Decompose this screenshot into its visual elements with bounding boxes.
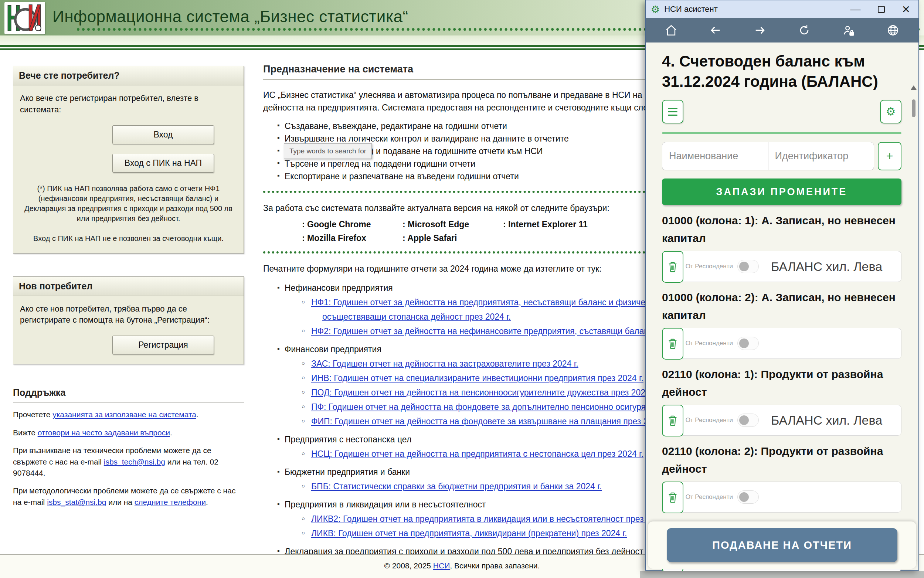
trash-icon	[668, 415, 677, 426]
respondents-toggle[interactable]	[737, 337, 759, 350]
delete-button[interactable]	[662, 251, 684, 283]
app-gear-icon: ⚙	[651, 5, 660, 15]
support-p2: Вижте отговори на често задавани въпроси…	[13, 427, 244, 438]
menu-icon	[668, 108, 677, 109]
identifier-input[interactable]	[768, 142, 874, 170]
user-lock-icon[interactable]	[842, 24, 855, 37]
desktop-strip	[640, 571, 924, 578]
trash-icon	[668, 338, 677, 349]
back-icon[interactable]	[709, 24, 722, 37]
support-p2-text: Вижте	[13, 428, 38, 437]
item-value: БАЛАНС хил. Лева	[765, 405, 901, 435]
respondents-toggle[interactable]	[737, 414, 759, 427]
login-button[interactable]: Вход	[112, 125, 214, 144]
new-user-intro: Ако сте нов потребител, трябва първо да …	[20, 304, 237, 326]
respondents-label: От Респонденти	[685, 494, 733, 501]
toggle-knob	[739, 339, 749, 348]
register-button[interactable]: Регистрация	[112, 336, 214, 354]
pik-note-2: Вход с ПИК на НАП не е позволен за счето…	[20, 233, 237, 244]
trash-icon	[668, 261, 677, 272]
login-pik-button[interactable]: Вход с ПИК на НАП	[112, 154, 214, 172]
footer-text-end: , Всички права запазени.	[450, 561, 540, 570]
new-user-title: Нов потребител	[13, 277, 244, 296]
new-user-box: Нов потребител Ако сте нов потребител, т…	[13, 276, 244, 365]
green-divider	[662, 132, 901, 134]
assistant-body: 4. Счетоводен баланс към 31.12.2024 годи…	[646, 42, 918, 571]
nsi-footer-link[interactable]: НСИ	[433, 561, 450, 570]
existing-user-box: Вече сте потребител? Ако вече сте регист…	[13, 66, 244, 253]
item-heading: 01000 (колона: 2): А. Записан, но невнес…	[662, 289, 901, 324]
tech-email-link[interactable]: isbs_tech@nsi.bg	[104, 458, 165, 466]
item-heading: 02110 (колона: 1): Продукти от развойна …	[662, 365, 901, 401]
item-row: От РеспондентиБАЛАНС хил. Лева	[662, 405, 901, 436]
bottom-bar: ПОДАВАНЕ НА ОТЧЕТИ	[648, 521, 916, 569]
support-p2-end: .	[170, 428, 172, 437]
respondents-label: От Респонденти	[685, 417, 733, 424]
browser-item: : Internet Explorer 11	[503, 219, 604, 229]
delete-button[interactable]	[662, 482, 684, 513]
respondents-toggle[interactable]	[737, 260, 759, 273]
support-p4-mid: или на	[106, 498, 135, 506]
support-p1: Прочетете указанията за използване на си…	[13, 409, 244, 420]
scroll-up-arrow[interactable]	[911, 85, 917, 90]
window-title: НСИ асистент	[664, 5, 718, 14]
settings-button[interactable]: ⚙	[880, 100, 901, 123]
dotted-separator	[263, 251, 645, 253]
faq-link[interactable]: отговори на често задавани въпроси	[38, 428, 170, 437]
item-row: От Респонденти	[662, 328, 901, 359]
item-heading: 02110 (колона: 2): Продукти от развойна …	[662, 442, 901, 478]
close-button[interactable]: ✕	[902, 3, 910, 16]
support-title: Поддръжка	[13, 387, 244, 403]
menu-button[interactable]	[662, 100, 684, 123]
support-section: Поддръжка Прочетете указанията за използ…	[13, 387, 244, 508]
respondents-label: От Респонденти	[685, 263, 733, 270]
search-tooltip: Type words to search for	[284, 143, 372, 159]
support-p4-end: .	[206, 498, 208, 506]
assistant-window: ⚙ НСИ асистент — ✕ 4. Счетоводен баланс …	[645, 0, 919, 571]
home-icon[interactable]	[665, 24, 677, 37]
item-controls: От Респонденти	[683, 251, 765, 282]
assistant-items: 01000 (колона: 1): А. Записан, но невнес…	[662, 212, 901, 571]
nsi-logo-icon	[7, 3, 42, 33]
purpose-title: Предназначение на системата	[263, 63, 645, 80]
save-changes-button[interactable]: ЗАПАЗИ ПРОМЕНИТЕ	[662, 179, 901, 205]
support-p3: При възникване на технически проблеми мо…	[13, 445, 244, 479]
item-value	[765, 482, 901, 512]
item-heading: 01000 (колона: 1): А. Записан, но невнес…	[662, 212, 901, 247]
forward-icon[interactable]	[753, 24, 766, 37]
browser-navbar	[646, 18, 918, 42]
pik-note: (*) ПИК на НАП позволява работа само с о…	[20, 183, 237, 224]
balance-heading: 4. Счетоводен баланс към 31.12.2024 годи…	[662, 51, 901, 92]
delete-button[interactable]	[662, 405, 684, 437]
delete-button[interactable]	[662, 328, 684, 360]
globe-icon[interactable]	[887, 24, 899, 37]
toggle-knob	[739, 261, 749, 271]
browser-item: : Google Chrome	[302, 219, 403, 229]
site-title: Информационна система „Бизнес статистика…	[52, 7, 408, 26]
maximize-button[interactable]	[878, 6, 885, 13]
feature-b3-suffix: ) и подаване на годишните отчети към НСИ	[371, 146, 543, 156]
minimize-button[interactable]: —	[851, 3, 861, 15]
browser-item: : Apple Safari	[403, 233, 503, 243]
item-controls: От Респонденти	[683, 482, 765, 512]
submit-reports-button[interactable]: ПОДАВАНЕ НА ОТЧЕТИ	[667, 528, 897, 562]
name-input[interactable]	[662, 142, 768, 170]
add-button[interactable]: +	[878, 142, 901, 170]
nsi-logo	[5, 2, 45, 34]
respondents-toggle[interactable]	[737, 490, 759, 504]
item-row: От Респонденти	[662, 482, 901, 513]
support-p1-end: .	[196, 410, 198, 419]
phones-link[interactable]: следните телефони	[135, 498, 206, 506]
guidelines-link[interactable]: указанията за използване на системата	[52, 410, 196, 419]
dotted-separator	[263, 191, 645, 193]
item-controls: От Респонденти	[683, 328, 765, 359]
support-p1-text: Прочетете	[13, 410, 52, 419]
scrollbar	[910, 85, 918, 564]
item-value	[765, 328, 901, 359]
stat-email-link[interactable]: isbs_stat@nsi.bg	[47, 498, 106, 506]
window-titlebar: ⚙ НСИ асистент — ✕	[646, 0, 918, 18]
toggle-knob	[739, 416, 749, 425]
scroll-thumb[interactable]	[912, 99, 916, 117]
gear-icon: ⚙	[886, 106, 896, 117]
refresh-icon[interactable]	[798, 24, 810, 37]
